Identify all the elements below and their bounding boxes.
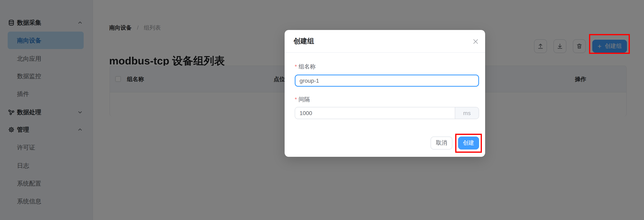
field-label-group-name: *组名称 <box>295 63 316 70</box>
interval-input[interactable] <box>295 107 455 119</box>
dialog-footer: 取消 创建 <box>430 137 479 150</box>
group-name-input[interactable] <box>295 75 479 87</box>
cancel-button[interactable]: 取消 <box>430 137 452 150</box>
app-window: 数据采集 南向设备 北向应用 数据监控 插件 <box>0 0 644 220</box>
create-group-dialog: 创建组 *组名称 *间隔 ms 取消 创建 <box>284 30 485 157</box>
close-icon[interactable] <box>470 37 480 46</box>
dialog-confirm-button[interactable]: 创建 <box>458 137 479 150</box>
required-asterisk: * <box>295 63 297 70</box>
field-label-interval: *间隔 <box>295 96 310 102</box>
required-asterisk: * <box>295 96 297 102</box>
interval-input-group: ms <box>295 107 479 119</box>
dialog-header: 创建组 <box>284 30 485 53</box>
unit-suffix: ms <box>455 107 479 119</box>
dialog-title: 创建组 <box>294 30 314 52</box>
